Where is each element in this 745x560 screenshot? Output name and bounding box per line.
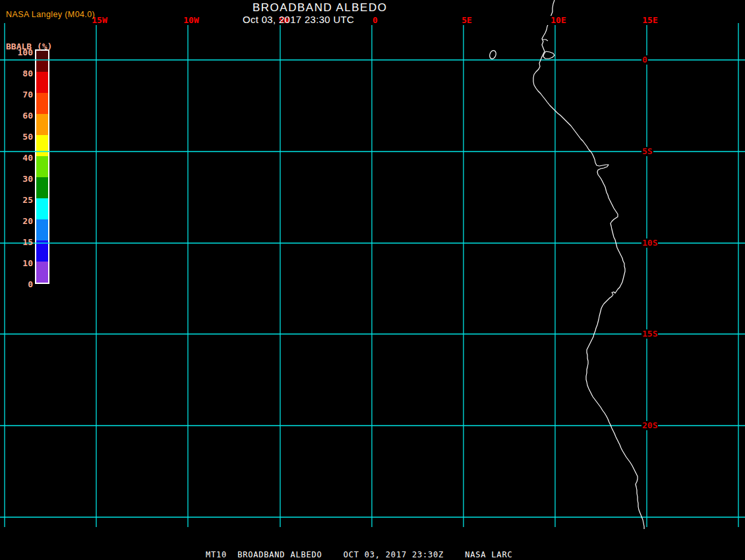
footer-caption: MT10 BROADBAND ALBEDO OCT 03, 2017 23:30… [206, 550, 512, 559]
colorbar-tick-40: 40 [0, 154, 33, 163]
lat-label-5S: 5S [641, 147, 653, 156]
longitude-gridlines [5, 23, 738, 527]
lon-label-10E: 10E [543, 16, 574, 25]
lat-label-10S: 10S [641, 238, 658, 248]
colorbar-tick-15: 15 [0, 238, 33, 247]
colorbar-tick-0: 0 [0, 280, 33, 289]
colorbar-tick-60: 60 [0, 111, 33, 121]
observation-datetime: Oct 03, 2017 23:30 UTC [243, 14, 354, 25]
lon-label-0: 0 [360, 16, 390, 25]
page-title: BROADBAND ALBEDO [253, 1, 387, 14]
latitude-gridlines [0, 60, 745, 517]
lat-label-15S: 15S [641, 329, 658, 339]
colorbar-tick-100: 100 [0, 48, 33, 57]
nasa-langley-credit: NASA Langley (M04.0) [6, 10, 95, 19]
lon-label-10W: 10W [176, 16, 206, 25]
colorbar-tick-10: 10 [0, 259, 33, 268]
colorbar-tick-50: 50 [0, 132, 33, 142]
colorbar-tick-70: 70 [0, 90, 33, 99]
colorbar-tick-25: 25 [0, 196, 33, 205]
lat-label-20S: 20S [641, 421, 658, 430]
lon-label-15E: 15E [635, 16, 665, 25]
colorbar-tick-80: 80 [0, 69, 33, 78]
africa-coastline [489, 0, 644, 529]
lon-label-5E: 5E [452, 16, 482, 25]
coastline-path [533, 0, 644, 529]
coastal-inlet [543, 40, 548, 41]
colorbar-tick-30: 30 [0, 175, 33, 184]
map-canvas [0, 0, 745, 560]
albedo-map-screen: BBALB (%) 100807060504030252015100 15W10… [0, 0, 745, 560]
coastal-lagoon [543, 51, 554, 59]
island-outline [489, 49, 497, 59]
colorbar-tick-20: 20 [0, 217, 33, 226]
lat-label-0: 0 [641, 55, 648, 65]
